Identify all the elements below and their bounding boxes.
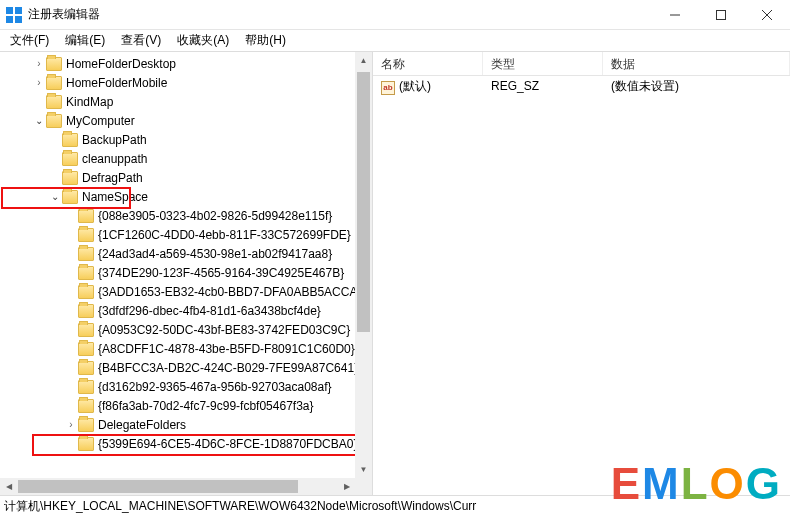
tree-label: cleanuppath: [82, 152, 147, 166]
scroll-right-icon[interactable]: ▶: [338, 478, 355, 495]
app-icon: [6, 7, 22, 23]
scroll-corner: [355, 478, 372, 495]
scroll-left-icon[interactable]: ◀: [0, 478, 17, 495]
value-name: (默认): [399, 79, 431, 93]
svg-rect-0: [6, 7, 13, 14]
col-header-data[interactable]: 数据: [603, 52, 790, 75]
tree-item[interactable]: ›HomeFolderDesktop: [0, 54, 372, 73]
menu-view[interactable]: 查看(V): [117, 30, 165, 51]
tree-item[interactable]: {24ad3ad4-a569-4530-98e1-ab02f9417aa8}: [0, 244, 372, 263]
tree-label: {d3162b92-9365-467a-956b-92703aca08af}: [98, 380, 332, 394]
values-pane: 名称 类型 数据 ab(默认) REG_SZ (数值未设置): [373, 52, 790, 495]
tree-item[interactable]: cleanuppath: [0, 149, 372, 168]
menu-edit[interactable]: 编辑(E): [61, 30, 109, 51]
tree-label: {B4BFCC3A-DB2C-424C-B029-7FE99A87C641}: [98, 361, 358, 375]
tree-item[interactable]: ⌄NameSpace: [0, 187, 372, 206]
tree-label: HomeFolderDesktop: [66, 57, 176, 71]
values-header: 名称 类型 数据: [373, 52, 790, 76]
tree-item[interactable]: DefragPath: [0, 168, 372, 187]
folder-icon: [46, 114, 62, 128]
chevron-right-icon[interactable]: ›: [64, 419, 78, 430]
folder-icon: [78, 399, 94, 413]
scroll-up-icon[interactable]: ▲: [355, 52, 372, 69]
menu-favorites[interactable]: 收藏夹(A): [173, 30, 233, 51]
tree-item[interactable]: {088e3905-0323-4b02-9826-5d99428e115f}: [0, 206, 372, 225]
menu-file[interactable]: 文件(F): [6, 30, 53, 51]
value-type: REG_SZ: [483, 79, 603, 93]
chevron-down-icon[interactable]: ⌄: [32, 115, 46, 126]
value-data: (数值未设置): [603, 78, 790, 95]
svg-rect-1: [15, 7, 22, 14]
string-value-icon: ab: [381, 81, 395, 95]
folder-icon: [78, 323, 94, 337]
tree-item[interactable]: {A0953C92-50DC-43bf-BE83-3742FED03C9C}: [0, 320, 372, 339]
tree-label: MyComputer: [66, 114, 135, 128]
tree-horizontal-scrollbar[interactable]: ◀ ▶: [0, 478, 355, 495]
wm-letter: L: [681, 459, 710, 508]
folder-icon: [62, 171, 78, 185]
tree-label: {f86fa3ab-70d2-4fc7-9c99-fcbf05467f3a}: [98, 399, 314, 413]
col-header-name[interactable]: 名称: [373, 52, 483, 75]
tree-label: HomeFolderMobile: [66, 76, 167, 90]
window-controls: [652, 0, 790, 29]
tree-label: {374DE290-123F-4565-9164-39C4925E467B}: [98, 266, 344, 280]
scroll-down-icon[interactable]: ▼: [355, 461, 372, 478]
tree-item[interactable]: {A8CDFF1C-4878-43be-B5FD-F8091C1C60D0}: [0, 339, 372, 358]
tree-item[interactable]: ›HomeFolderMobile: [0, 73, 372, 92]
tree-label: {3dfdf296-dbec-4fb4-81d1-6a3438bcf4de}: [98, 304, 321, 318]
tree-label: NameSpace: [82, 190, 148, 204]
tree-item[interactable]: BackupPath: [0, 130, 372, 149]
folder-icon: [78, 304, 94, 318]
value-row[interactable]: ab(默认) REG_SZ (数值未设置): [373, 76, 790, 96]
tree-item[interactable]: {3ADD1653-EB32-4cb0-BBD7-DFA0ABB5ACCA}: [0, 282, 372, 301]
folder-icon: [78, 247, 94, 261]
folder-icon: [78, 285, 94, 299]
tree-label: BackupPath: [82, 133, 147, 147]
folder-icon: [78, 228, 94, 242]
folder-icon: [62, 152, 78, 166]
tree-item[interactable]: {1CF1260C-4DD0-4ebb-811F-33C572699FDE}: [0, 225, 372, 244]
folder-icon: [78, 437, 94, 451]
folder-icon: [78, 380, 94, 394]
chevron-down-icon[interactable]: ⌄: [48, 191, 62, 202]
folder-icon: [46, 95, 62, 109]
wm-letter: M: [642, 459, 681, 508]
window-title: 注册表编辑器: [28, 6, 100, 23]
folder-icon: [62, 133, 78, 147]
tree-label: DelegateFolders: [98, 418, 186, 432]
value-name-cell: ab(默认): [373, 78, 483, 95]
folder-icon: [78, 209, 94, 223]
titlebar: 注册表编辑器: [0, 0, 790, 30]
tree-item[interactable]: {f86fa3ab-70d2-4fc7-9c99-fcbf05467f3a}: [0, 396, 372, 415]
tree-item[interactable]: {d3162b92-9365-467a-956b-92703aca08af}: [0, 377, 372, 396]
tree-label: {3ADD1653-EB32-4cb0-BBD7-DFA0ABB5ACCA}: [98, 285, 361, 299]
tree-item[interactable]: {3dfdf296-dbec-4fb4-81d1-6a3438bcf4de}: [0, 301, 372, 320]
folder-icon: [78, 342, 94, 356]
menu-help[interactable]: 帮助(H): [241, 30, 290, 51]
tree-pane: ›HomeFolderDesktop›HomeFolderMobileKindM…: [0, 52, 373, 495]
tree-item[interactable]: KindMap: [0, 92, 372, 111]
scroll-thumb[interactable]: [357, 72, 370, 332]
tree-item[interactable]: {B4BFCC3A-DB2C-424C-B029-7FE99A87C641}: [0, 358, 372, 377]
tree-item[interactable]: {374DE290-123F-4565-9164-39C4925E467B}: [0, 263, 372, 282]
wm-letter: E: [611, 459, 642, 508]
chevron-right-icon[interactable]: ›: [32, 58, 46, 69]
tree-label: {A0953C92-50DC-43bf-BE83-3742FED03C9C}: [98, 323, 350, 337]
chevron-right-icon[interactable]: ›: [32, 77, 46, 88]
minimize-button[interactable]: [652, 0, 698, 29]
tree-item[interactable]: ⌄MyComputer: [0, 111, 372, 130]
tree-label: DefragPath: [82, 171, 143, 185]
content-area: ›HomeFolderDesktop›HomeFolderMobileKindM…: [0, 52, 790, 495]
folder-icon: [46, 76, 62, 90]
tree-label: {1CF1260C-4DD0-4ebb-811F-33C572699FDE}: [98, 228, 351, 242]
folder-icon: [78, 266, 94, 280]
tree-vertical-scrollbar[interactable]: ▲ ▼: [355, 52, 372, 478]
svg-rect-5: [717, 10, 726, 19]
close-button[interactable]: [744, 0, 790, 29]
tree-item[interactable]: {5399E694-6CE5-4D6C-8FCE-1D8870FDCBA0}: [0, 434, 372, 453]
scroll-thumb-h[interactable]: [18, 480, 298, 493]
col-header-type[interactable]: 类型: [483, 52, 603, 75]
folder-icon: [78, 361, 94, 375]
maximize-button[interactable]: [698, 0, 744, 29]
tree-item[interactable]: ›DelegateFolders: [0, 415, 372, 434]
